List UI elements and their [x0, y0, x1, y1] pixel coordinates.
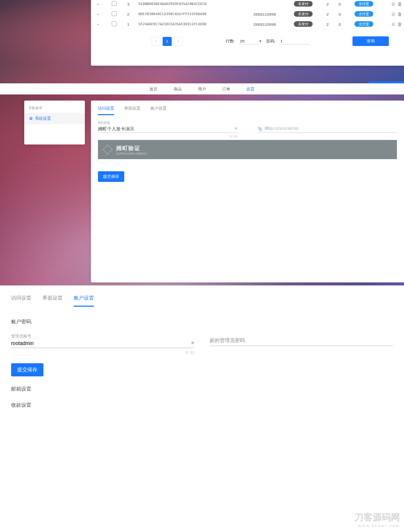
row-phone: 2668110998: [244, 19, 285, 29]
submit-button[interactable]: 提交保存: [11, 363, 43, 376]
payment-badge[interactable]: 支付宝: [355, 11, 373, 17]
row-n2: 0: [334, 0, 346, 9]
row-index: 3: [122, 0, 134, 9]
nav-item[interactable]: 用户: [198, 86, 206, 92]
settings-panel: 首页商品用户订单设置 导航菜单 ✿ 系统设置 访问设置界面设置账户设置 网站标题…: [0, 83, 404, 285]
gear-icon: ✿: [29, 116, 33, 121]
row-phone: [244, 0, 285, 9]
page-input[interactable]: 1: [279, 38, 310, 44]
attachment-icon: 📎: [258, 127, 263, 131]
expand-icon[interactable]: [96, 12, 100, 16]
table-panel: 391DBBD03BE48A02959F035AF0B4CEEC0未发付20支付…: [0, 0, 404, 83]
sidebar-item-system-settings[interactable]: ✿ 系统设置: [24, 113, 85, 124]
per-page-value[interactable]: 25: [239, 38, 260, 44]
sidebar: 导航菜单 ✿ 系统设置: [24, 101, 85, 144]
admin-account-input[interactable]: [11, 340, 194, 348]
page-label: 页码:: [266, 38, 275, 44]
row-code: 91DBBD03BE48A02959F035AF0B4CEEC0: [134, 0, 244, 9]
site-name-field: 网站标题 × 8 / 24: [98, 121, 237, 133]
logo-upload-field[interactable]: 📎 网站LOGO/190*50: [258, 121, 397, 133]
row-code: 0DE7030648CCA390CA5A7FF515FD8A90: [134, 9, 244, 19]
payment-settings-section[interactable]: 收款设置: [11, 402, 393, 409]
banner-title: 姆町验证: [116, 145, 140, 151]
row-checkbox[interactable]: [112, 11, 117, 16]
char-counter: 9 / 11: [185, 351, 194, 354]
status-badge: 未发付: [294, 21, 313, 27]
refresh-button[interactable]: 查询: [352, 36, 389, 46]
tab[interactable]: 访问设置: [98, 106, 114, 115]
status-badge: 未发付: [294, 1, 313, 7]
new-password-input[interactable]: 新的管理员密码: [210, 333, 393, 346]
delete-icon[interactable]: 🗑: [397, 22, 402, 27]
tab[interactable]: 访问设置: [11, 295, 31, 307]
pager: ‹ 1 › 行数: 25▼ 页码: 1 查询: [91, 33, 404, 49]
table-row: 391DBBD03BE48A02959F035AF0B4CEEC0未发付20支付…: [91, 0, 404, 9]
char-counter: 8 / 24: [230, 135, 237, 138]
top-nav: 首页商品用户订单设置: [0, 83, 404, 94]
row-code: 5F24A6E9C7A21BCEA35A536911FC4E08: [134, 19, 244, 29]
delete-icon[interactable]: 🗑: [397, 12, 402, 17]
row-n2: 0: [334, 19, 346, 29]
tab[interactable]: 账户设置: [150, 106, 167, 115]
field-label: 管理员账号: [11, 333, 194, 339]
row-n1: 2: [322, 9, 334, 19]
row-checkbox[interactable]: [112, 21, 117, 26]
account-settings-panel: 访问设置界面设置账户设置 账户密码 管理员账号 × 9 / 11 新的管理员密码…: [0, 285, 404, 418]
pager-prev[interactable]: ‹: [152, 37, 161, 46]
table-card: 391DBBD03BE48A02959F035AF0B4CEEC0未发付20支付…: [91, 0, 404, 66]
pager-current[interactable]: 1: [163, 37, 172, 46]
edit-icon[interactable]: ⊘: [391, 12, 395, 17]
nav-item[interactable]: 订单: [222, 86, 230, 92]
expand-icon[interactable]: [96, 2, 100, 6]
nav-item[interactable]: 商品: [174, 86, 182, 92]
status-badge: 未发付: [294, 11, 313, 17]
settings-tabs: 访问设置界面设置账户设置: [91, 101, 404, 116]
row-n2: 0: [334, 9, 346, 19]
clear-icon[interactable]: ×: [234, 126, 237, 131]
clear-icon[interactable]: ×: [191, 340, 194, 347]
row-index: 1: [122, 19, 134, 29]
row-phone: 2668110998: [244, 9, 285, 19]
mail-settings-section[interactable]: 邮箱设置: [11, 385, 393, 393]
new-password-field: 新的管理员密码: [210, 333, 393, 348]
table-row: 15F24A6E9C7A21BCEA35A536911FC4E082668110…: [91, 19, 404, 29]
password-section-label: 账户密码: [11, 318, 393, 325]
row-checkbox[interactable]: [112, 1, 117, 6]
payment-badge[interactable]: 支付宝: [355, 21, 373, 27]
pager-nav: ‹ 1 ›: [152, 37, 183, 46]
tab[interactable]: 界面设置: [124, 106, 140, 115]
expand-icon[interactable]: [96, 22, 100, 26]
sidebar-heading: 导航菜单: [24, 104, 85, 113]
table-row: 20DE7030648CCA390CA5A7FF515FD8A902668110…: [91, 9, 404, 19]
site-name-input[interactable]: [98, 125, 237, 133]
tab[interactable]: 账户设置: [74, 295, 94, 307]
admin-account-field: 管理员账号 × 9 / 11: [11, 333, 194, 348]
edit-icon[interactable]: ⊘: [391, 2, 395, 7]
account-tabs: 访问设置界面设置账户设置: [11, 295, 393, 307]
submit-button[interactable]: 提交保存: [98, 171, 124, 182]
logo-preview: 姆町验证 MUTING ALPHA VERSION: [98, 140, 397, 159]
edit-icon[interactable]: ⊘: [391, 22, 395, 27]
field-label: 网站标题: [98, 121, 237, 125]
payment-badge[interactable]: 支付宝: [355, 1, 373, 7]
per-page-label: 行数:: [226, 38, 235, 44]
row-index: 2: [122, 9, 134, 19]
nav-item[interactable]: 设置: [246, 86, 255, 92]
banner-subtitle: MUTING ALPHA VERSION: [116, 152, 147, 155]
tab[interactable]: 界面设置: [42, 295, 63, 307]
delete-icon[interactable]: 🗑: [397, 2, 402, 7]
logo-label: 网站LOGO/190*50: [265, 126, 298, 131]
row-n1: 2: [322, 0, 334, 9]
diamond-logo-icon: [103, 145, 112, 154]
settings-card: 访问设置界面设置账户设置 网站标题 × 8 / 24 📎 网站LOGO/190*…: [91, 101, 404, 282]
pager-next[interactable]: ›: [174, 37, 183, 46]
nav-item[interactable]: 首页: [149, 86, 158, 92]
data-table: 391DBBD03BE48A02959F035AF0B4CEEC0未发付20支付…: [91, 0, 404, 29]
sidebar-item-label: 系统设置: [35, 116, 51, 121]
row-n1: 2: [322, 19, 334, 29]
